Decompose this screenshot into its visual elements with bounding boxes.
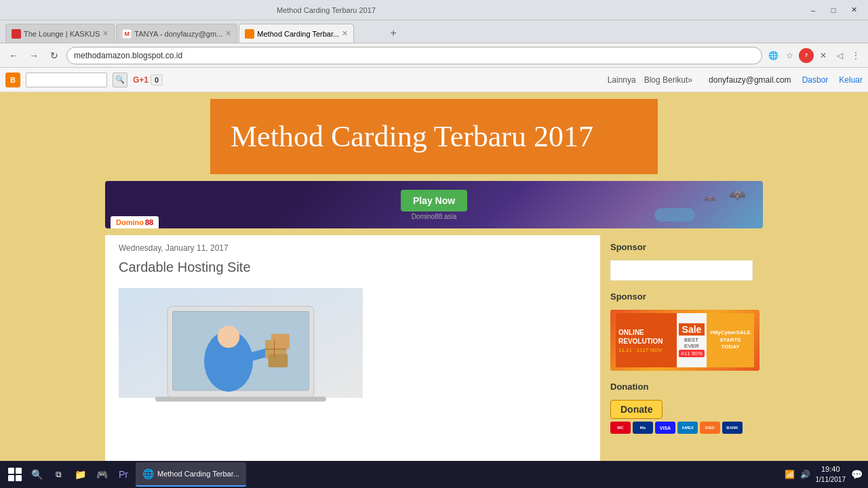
window-controls: – □ ✕ [804, 3, 863, 17]
close-button[interactable]: ✕ [845, 3, 863, 17]
amex-icon: AMEX [677, 422, 698, 434]
banner-container: Domino 88 Play Now Domino88.asia 🦇 🦇 [105, 174, 763, 235]
page-content: Method Carding Terbaru 2017 Domino 88 Pl… [0, 92, 868, 461]
sponsor2-title: Sponsor [610, 291, 753, 304]
tab-gmail-close[interactable]: ✕ [225, 29, 231, 38]
taskbar-network-icon[interactable]: 📶 [785, 470, 795, 479]
forward-button[interactable]: → [26, 47, 42, 64]
dasbor-link[interactable]: Dasbor [802, 75, 829, 85]
tab-blog[interactable]: Method Carding Terbar... ✕ [239, 24, 354, 43]
blog-favicon [245, 29, 254, 39]
blogger-bar: B 🔍 G+1 0 Lainnya Blog Berikut» donyfauz… [0, 68, 868, 92]
kaskus-favicon [12, 29, 21, 39]
tab-empty [355, 24, 382, 43]
maximize-button[interactable]: □ [825, 3, 842, 17]
chrome-taskbar-app[interactable]: 🌐 Method Carding Terbar... [136, 462, 246, 487]
sponsor1-section: Sponsor [610, 242, 753, 281]
gplus-count: 0 [151, 75, 163, 85]
bank-icon: BANK [722, 422, 743, 434]
sponsor-sub: 11.11 · 1117 NOV [618, 347, 674, 353]
file-explorer-icon[interactable]: 📁 [71, 465, 90, 484]
banner-cta: Play Now Domino88.asia [401, 190, 467, 220]
sponsor1-placeholder [610, 260, 753, 281]
sidebar: Sponsor Sponsor ONLINEREVOLUTION [600, 235, 763, 461]
notification-icon[interactable]: 💬 [851, 469, 863, 480]
close-ext-icon[interactable]: ✕ [816, 49, 830, 62]
banner-play-button[interactable]: Play Now [401, 190, 467, 211]
chrome-taskbar-label: Method Carding Terbar... [157, 470, 239, 478]
taskbar: 🔍 ⧉ 📁 🎮 Pr 🌐 Method Carding Terbar... 📶 … [0, 461, 868, 488]
new-tab-button[interactable]: + [384, 24, 403, 43]
blogger-logo[interactable]: B [5, 73, 20, 87]
donation-title: Donation [610, 382, 753, 394]
url-bar[interactable]: methodamazon.blogspot.co.id [66, 47, 762, 64]
back-ext-icon[interactable]: ◁ [833, 49, 846, 62]
start-button[interactable] [5, 465, 24, 484]
donation-section: Donation Donate MC Ma VISA AMEX DISC BAN… [610, 382, 753, 434]
donate-button[interactable]: Donate [610, 400, 663, 419]
blog-berikut-link[interactable]: Blog Berikut» [644, 75, 692, 85]
svg-rect-9 [269, 354, 288, 367]
gmail-favicon: M [122, 29, 132, 39]
chrome-taskbar-icon: 🌐 [142, 468, 154, 479]
maestro-icon: Ma [633, 422, 653, 434]
donate-label: Donate [620, 404, 652, 415]
lainnya-link[interactable]: Lainnya [608, 75, 636, 85]
visa-icon: VISA [655, 422, 675, 434]
refresh-button[interactable]: ↻ [46, 47, 62, 64]
back-button[interactable]: ← [5, 47, 22, 64]
blogger-search-input[interactable] [26, 73, 107, 87]
svg-point-5 [218, 326, 239, 348]
mastercard-icon: MC [610, 422, 631, 434]
taskbar-right: 📶 🔊 19:40 1/11/2017 💬 [785, 464, 863, 484]
best-ever: BESTEVER [684, 337, 699, 349]
address-bar: ← → ↻ methodamazon.blogspot.co.id 🌐 ☆ 7 … [0, 43, 868, 68]
extension-icon[interactable]: 7 [799, 48, 814, 63]
menu-icon[interactable]: ⋮ [849, 49, 863, 62]
translate-icon[interactable]: 🌐 [766, 49, 780, 62]
tabs-bar: The Lounge | KASKUS ✕ M TANYA - donyfauz… [0, 20, 868, 43]
bat-icon-2: 🦇 [704, 193, 715, 204]
time-display: 19:40 [816, 464, 846, 474]
chrome-window: Method Carding Terbaru 2017 – □ ✕ The Lo… [0, 0, 868, 488]
domino-banner[interactable]: Domino 88 Play Now Domino88.asia 🦇 🦇 [105, 181, 763, 228]
address-icons: 🌐 ☆ 7 ✕ ◁ ⋮ [766, 48, 863, 63]
online-rev-text: ONLINEREVOLUTION [618, 328, 674, 346]
sponsor-banner[interactable]: ONLINEREVOLUTION 11.11 · 1117 NOV Sale B… [610, 310, 760, 371]
blogger-search-button[interactable]: 🔍 [113, 73, 127, 87]
post-title[interactable]: Cardable Hosting Site [105, 257, 600, 282]
url-text: methodamazon.blogspot.co.id [74, 51, 182, 60]
tab-blog-label: Method Carding Terbar... [257, 30, 339, 38]
window-title: Method Carding Terbaru 2017 [277, 6, 376, 14]
post-date: Wednesday, January 11, 2017 [105, 235, 600, 257]
tab-gmail[interactable]: M TANYA - donyfauzy@gm... ✕ [116, 24, 237, 43]
premiere-icon[interactable]: Pr [114, 465, 133, 484]
taskbar-time[interactable]: 19:40 1/11/2017 [816, 464, 846, 484]
tab-kaskus-label: The Lounge | KASKUS [24, 30, 100, 38]
search-taskbar-icon[interactable]: 🔍 [27, 465, 46, 484]
blog-header: Method Carding Terbaru 2017 [210, 99, 658, 174]
bookmark-icon[interactable]: ☆ [783, 49, 796, 62]
post-illustration [119, 282, 363, 404]
main-content: Wednesday, January 11, 2017 Cardable Hos… [105, 235, 600, 461]
cloud-decoration [654, 208, 695, 222]
tab-blog-close[interactable]: ✕ [342, 29, 348, 38]
steam-icon[interactable]: 🎮 [92, 465, 111, 484]
task-view-icon[interactable]: ⧉ [49, 465, 68, 484]
title-bar: Method Carding Terbaru 2017 – □ ✕ [0, 0, 868, 20]
blog-title: Method Carding Terbaru 2017 [231, 120, 593, 153]
cyber-sale-text: #MyCyberSALESTARTSTODAY [710, 329, 751, 350]
banner-brand-text: Domino [116, 218, 144, 226]
bat-icon-1: 🦇 [729, 186, 746, 203]
svg-rect-12 [155, 396, 326, 401]
taskbar-volume-icon[interactable]: 🔊 [800, 470, 810, 479]
tab-kaskus-close[interactable]: ✕ [102, 29, 108, 38]
svg-rect-8 [271, 334, 290, 350]
tab-kaskus[interactable]: The Lounge | KASKUS ✕ [5, 24, 115, 43]
blogger-nav: Lainnya Blog Berikut» [608, 75, 692, 85]
sponsor1-title: Sponsor [610, 242, 753, 255]
minimize-button[interactable]: – [804, 3, 822, 17]
gplus-button[interactable]: G+1 0 [133, 75, 163, 85]
keluar-link[interactable]: Keluar [839, 75, 863, 85]
post-image [119, 282, 587, 406]
